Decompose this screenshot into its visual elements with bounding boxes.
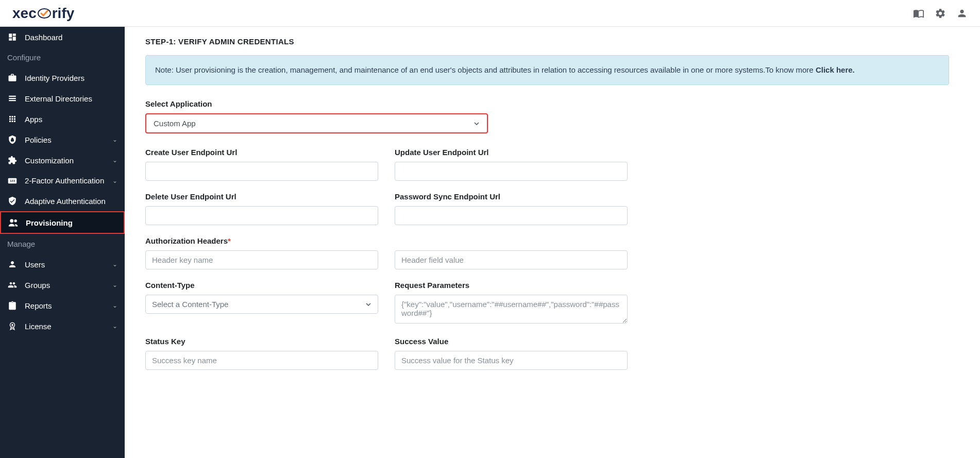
sidebar-policies[interactable]: Policies ⌄ bbox=[0, 129, 125, 150]
chevron-down-icon: ⌄ bbox=[112, 136, 117, 143]
group-icon bbox=[7, 280, 18, 290]
sidebar-label: Provisioning bbox=[26, 218, 116, 227]
pin-icon: 123 bbox=[7, 177, 18, 184]
puzzle-icon bbox=[7, 156, 18, 165]
sidebar-groups[interactable]: Groups ⌄ bbox=[0, 275, 125, 295]
sidebar-manage-header: Manage bbox=[0, 234, 125, 254]
person-icon bbox=[7, 260, 18, 269]
sidebar-label: Users bbox=[25, 260, 105, 269]
delete-user-label: Delete User Endpoint Url bbox=[145, 192, 378, 201]
select-app-value: Custom App bbox=[154, 119, 196, 128]
sidebar-label: License bbox=[25, 322, 105, 331]
clipboard-icon bbox=[7, 301, 18, 310]
topbar-icons bbox=[913, 8, 968, 19]
step-title: STEP-1: VERIFY ADMIN CREDENTIALS bbox=[145, 37, 949, 46]
sidebar-external-directories[interactable]: External Directories bbox=[0, 88, 125, 109]
dashboard-icon bbox=[7, 32, 18, 42]
sidebar-adaptive-auth[interactable]: Adaptive Authentication bbox=[0, 191, 125, 211]
auth-headers-text: Authorization Headers bbox=[145, 236, 228, 245]
chevron-down-icon bbox=[474, 121, 480, 127]
briefcase-icon bbox=[7, 73, 18, 82]
svg-point-4 bbox=[14, 219, 17, 222]
sidebar-label: Reports bbox=[25, 301, 105, 310]
create-user-input[interactable] bbox=[145, 162, 378, 181]
sidebar-identity-providers[interactable]: Identity Providers bbox=[0, 67, 125, 88]
sidebar-label: 2-Factor Authentication bbox=[25, 176, 105, 185]
sidebar-configure-header: Configure bbox=[0, 47, 125, 67]
request-params-input[interactable] bbox=[395, 295, 628, 324]
status-key-input[interactable] bbox=[145, 351, 378, 370]
password-sync-label: Password Sync Endpoint Url bbox=[395, 192, 628, 201]
required-star: * bbox=[228, 236, 231, 245]
shield-check-icon bbox=[7, 196, 18, 206]
chevron-down-icon bbox=[365, 301, 371, 308]
sidebar-reports[interactable]: Reports ⌄ bbox=[0, 295, 125, 316]
sidebar-label: Adaptive Authentication bbox=[25, 197, 117, 206]
sidebar-label: Groups bbox=[25, 281, 105, 290]
create-user-label: Create User Endpoint Url bbox=[145, 148, 378, 157]
brand-pre: xec bbox=[12, 5, 37, 22]
sidebar-apps[interactable]: Apps bbox=[0, 109, 125, 129]
chevron-down-icon: ⌄ bbox=[112, 302, 117, 309]
brand-post: rify bbox=[52, 5, 75, 22]
docs-icon[interactable] bbox=[913, 8, 924, 19]
auth-headers-label: Authorization Headers* bbox=[145, 236, 949, 245]
chevron-down-icon: ⌄ bbox=[112, 157, 117, 164]
svg-text:123: 123 bbox=[10, 179, 15, 182]
provisioning-icon bbox=[8, 218, 19, 227]
sidebar-license[interactable]: License ⌄ bbox=[0, 316, 125, 336]
sidebar-label: Apps bbox=[25, 115, 117, 124]
chevron-down-icon: ⌄ bbox=[112, 323, 117, 330]
apps-icon bbox=[7, 114, 18, 124]
chevron-down-icon: ⌄ bbox=[112, 177, 117, 184]
sidebar-provisioning[interactable]: Provisioning bbox=[0, 211, 125, 234]
sidebar-label: Identity Providers bbox=[25, 74, 117, 82]
update-user-input[interactable] bbox=[395, 162, 628, 181]
brand-logo: xec rify bbox=[12, 5, 74, 22]
brand-check-icon bbox=[38, 7, 51, 20]
chevron-down-icon: ⌄ bbox=[112, 261, 117, 268]
note-link[interactable]: Click here. bbox=[816, 65, 855, 74]
header-value-input[interactable] bbox=[395, 250, 628, 269]
svg-point-6 bbox=[11, 324, 13, 326]
content-type-value: Select a Content-Type bbox=[152, 300, 228, 309]
sidebar-label: Policies bbox=[25, 135, 105, 144]
main-content: STEP-1: VERIFY ADMIN CREDENTIALS Note: U… bbox=[125, 27, 980, 458]
sidebar-label: Dashboard bbox=[25, 33, 117, 42]
badge-icon bbox=[7, 321, 18, 331]
list-icon bbox=[7, 94, 18, 103]
sidebar-two-factor[interactable]: 123 2-Factor Authentication ⌄ bbox=[0, 171, 125, 191]
sidebar-dashboard[interactable]: Dashboard bbox=[0, 27, 125, 47]
sidebar-users[interactable]: Users ⌄ bbox=[0, 254, 125, 275]
chevron-down-icon: ⌄ bbox=[112, 281, 117, 289]
success-value-label: Success Value bbox=[395, 337, 628, 346]
success-value-input[interactable] bbox=[395, 351, 628, 370]
svg-point-3 bbox=[10, 219, 13, 223]
shield-icon bbox=[7, 135, 18, 144]
user-icon[interactable] bbox=[956, 8, 968, 19]
info-note: Note: User provisioning is the creation,… bbox=[145, 55, 949, 85]
sidebar-customization[interactable]: Customization ⌄ bbox=[0, 150, 125, 171]
header-key-input[interactable] bbox=[145, 250, 378, 269]
request-params-label: Request Parameters bbox=[395, 281, 628, 290]
delete-user-input[interactable] bbox=[145, 206, 378, 225]
sidebar-label: External Directories bbox=[25, 94, 117, 103]
update-user-label: Update User Endpoint Url bbox=[395, 148, 628, 157]
content-type-label: Content-Type bbox=[145, 281, 378, 290]
gear-icon[interactable] bbox=[935, 8, 946, 19]
select-app-label: Select Application bbox=[145, 99, 949, 108]
sidebar-label: Customization bbox=[25, 156, 105, 165]
sidebar: Dashboard Configure Identity Providers E… bbox=[0, 27, 125, 458]
note-text: Note: User provisioning is the creation,… bbox=[155, 65, 816, 74]
topbar: xec rify bbox=[0, 0, 980, 27]
status-key-label: Status Key bbox=[145, 337, 378, 346]
password-sync-input[interactable] bbox=[395, 206, 628, 225]
content-type-dropdown[interactable]: Select a Content-Type bbox=[145, 295, 378, 314]
select-application-dropdown[interactable]: Custom App bbox=[145, 113, 488, 133]
